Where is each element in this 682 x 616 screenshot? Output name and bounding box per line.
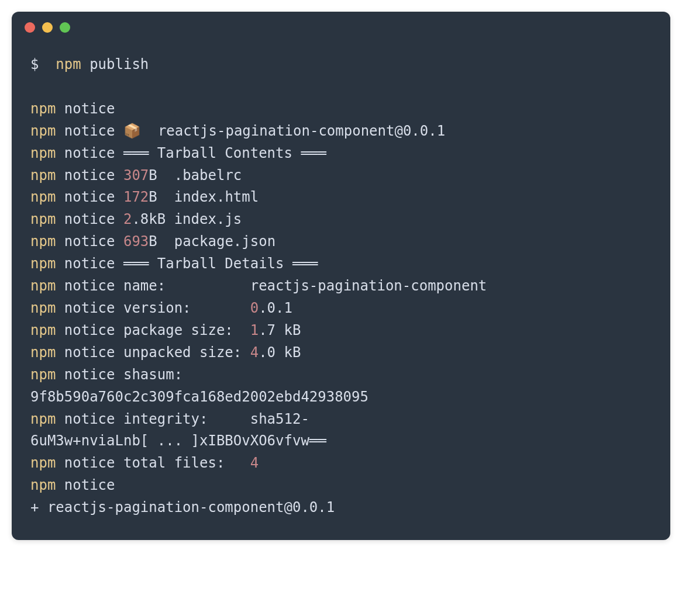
file-size-num: 693 <box>123 233 149 250</box>
file-size-num: 2 <box>123 211 132 227</box>
npm-prefix: npm <box>30 189 56 205</box>
maximize-icon[interactable] <box>60 22 70 33</box>
detail-integrity-value: 6uM3w+nviaLnb[ ... ]xIBBOvXO6vfvw══ <box>30 432 326 449</box>
npm-prefix: npm <box>30 477 56 493</box>
package-icon: 📦 <box>123 123 141 139</box>
notice-word: notice <box>64 477 115 493</box>
detail-name-label: name: <box>123 278 166 294</box>
file-size-unit: B <box>149 233 157 250</box>
blank-line <box>30 76 652 98</box>
file-name: .babelrc <box>174 167 242 184</box>
file-name: index.html <box>174 189 259 205</box>
detail-shasum-label: shasum: <box>123 366 182 383</box>
notice-word: notice <box>64 211 115 227</box>
section-tarball-contents: ═══ Tarball Contents ═══ <box>123 145 326 161</box>
notice-word: notice <box>64 233 115 250</box>
npm-prefix: npm <box>30 123 56 139</box>
command-arg: publish <box>89 56 149 72</box>
file-size-dec: .8kB <box>132 211 166 227</box>
detail-unpacked-label: unpacked size: <box>123 344 242 361</box>
detail-version-label: version: <box>123 300 191 316</box>
minimize-icon[interactable] <box>42 22 53 33</box>
notice-word: notice <box>64 344 115 361</box>
file-name: index.js <box>174 211 242 227</box>
npm-prefix: npm <box>30 278 56 294</box>
notice-word: notice <box>64 366 115 383</box>
detail-total-value: 4 <box>250 455 259 471</box>
file-size-num: 172 <box>123 189 149 205</box>
npm-prefix: npm <box>30 167 56 184</box>
npm-prefix: npm <box>30 411 56 427</box>
file-size-unit: B <box>149 189 157 205</box>
prompt-symbol: $ <box>30 56 39 72</box>
detail-integrity-label: integrity: <box>123 411 208 427</box>
notice-word: notice <box>64 101 115 117</box>
notice-word: notice <box>64 322 115 338</box>
detail-pkgsize-label: package size: <box>123 322 233 338</box>
npm-prefix: npm <box>30 300 56 316</box>
command-npm: npm <box>56 56 81 72</box>
npm-prefix: npm <box>30 145 56 161</box>
publish-plus: + <box>30 499 39 515</box>
close-icon[interactable] <box>25 22 35 33</box>
npm-prefix: npm <box>30 255 56 272</box>
notice-word: notice <box>64 189 115 205</box>
npm-prefix: npm <box>30 101 56 117</box>
detail-version-num: 0 <box>250 300 259 316</box>
npm-prefix: npm <box>30 344 56 361</box>
notice-word: notice <box>64 145 115 161</box>
terminal-window: $ npm publish npm notice npm notice 📦 re… <box>12 12 670 540</box>
notice-word: notice <box>64 278 115 294</box>
detail-unpacked-num: 4 <box>250 344 259 361</box>
detail-unpacked-rest: .0 kB <box>259 344 301 361</box>
npm-prefix: npm <box>30 455 56 471</box>
npm-prefix: npm <box>30 366 56 383</box>
published-package: reactjs-pagination-component@0.0.1 <box>47 499 335 515</box>
notice-word: notice <box>64 455 115 471</box>
terminal-output[interactable]: $ npm publish npm notice npm notice 📦 re… <box>12 37 670 540</box>
file-size-num: 307 <box>123 167 149 184</box>
package-name-version: reactjs-pagination-component@0.0.1 <box>158 123 445 139</box>
section-tarball-details: ═══ Tarball Details ═══ <box>123 255 318 272</box>
npm-prefix: npm <box>30 233 56 250</box>
notice-word: notice <box>64 123 115 139</box>
detail-total-label: total files: <box>123 455 225 471</box>
detail-pkgsize-rest: .7 kB <box>259 322 301 338</box>
notice-word: notice <box>64 167 115 184</box>
file-name: package.json <box>174 233 275 250</box>
file-size-unit: B <box>149 167 157 184</box>
detail-shasum-value: 9f8b590a760c2c309fca168ed2002ebd42938095 <box>30 389 368 405</box>
detail-integrity-prefix: sha512- <box>250 411 309 427</box>
notice-word: notice <box>64 411 115 427</box>
npm-prefix: npm <box>30 322 56 338</box>
notice-word: notice <box>64 255 115 272</box>
notice-word: notice <box>64 300 115 316</box>
npm-prefix: npm <box>30 211 56 227</box>
detail-version-rest: .0.1 <box>259 300 292 316</box>
detail-name-value: reactjs-pagination-component <box>250 278 487 294</box>
detail-pkgsize-num: 1 <box>250 322 259 338</box>
window-titlebar <box>12 12 670 37</box>
